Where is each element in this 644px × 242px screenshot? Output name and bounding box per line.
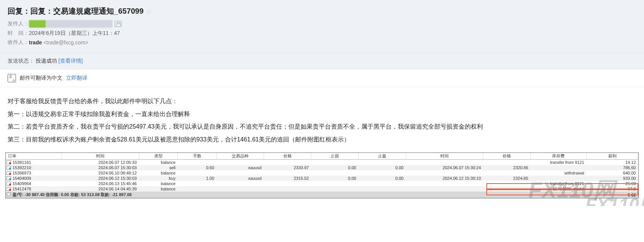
row-status-icon bbox=[6, 182, 11, 185]
cell-order: 15396973 bbox=[6, 170, 62, 176]
cell-sl: 0.00 bbox=[311, 165, 359, 170]
translate-link[interactable]: 立即翻译 bbox=[66, 75, 87, 82]
cell-fee: 15404009_tradin bbox=[530, 186, 586, 192]
cell-profit: 640.00 bbox=[587, 170, 638, 176]
cell-tp bbox=[358, 170, 406, 176]
cell-price2: 2324.85 bbox=[483, 176, 531, 181]
body-line-3: 第二：若贵平台资质齐全，我在贵平台亏损的25497.43美元，我可以承认是自身原… bbox=[8, 120, 636, 133]
table-row[interactable]: 153911612024.06.07 12:05:33balancetransf… bbox=[6, 160, 638, 165]
cell-price2 bbox=[483, 160, 531, 165]
th-price[interactable]: 价格 bbox=[264, 153, 311, 160]
cell-price2 bbox=[483, 186, 531, 192]
cell-order: 15404009 bbox=[6, 176, 62, 181]
cell-time: 2024.06.13 15:45:46 bbox=[62, 181, 139, 186]
sender-value-redacted bbox=[29, 20, 112, 28]
translate-icon bbox=[8, 74, 16, 82]
cell-sl bbox=[311, 170, 359, 176]
row-status-icon bbox=[6, 166, 11, 170]
th-time2[interactable]: 时间 bbox=[406, 153, 483, 160]
cell-lots bbox=[178, 170, 217, 176]
table-row[interactable]: 153922102024.06.07 15:30:03sell0.60xauus… bbox=[6, 165, 638, 170]
contact-card-icon[interactable] bbox=[115, 21, 122, 27]
cell-type: buy bbox=[139, 176, 178, 181]
status-value: 投递成功 bbox=[36, 58, 57, 64]
cell-time2 bbox=[406, 181, 483, 186]
trade-table: 订单 时间 类型 手数 交易品种 价格 止损 止盈 时间 价格 库存费 获利 1… bbox=[6, 153, 638, 198]
summary-text: 盈/亏: -30 887.40 信用额: 0.00 存款: 53 313.08 … bbox=[13, 192, 132, 197]
th-time[interactable]: 时间 bbox=[62, 153, 139, 160]
summary-icon bbox=[6, 192, 11, 196]
cell-tp: 0.00 bbox=[358, 176, 406, 181]
status-details-link[interactable]: [查看详情] bbox=[59, 58, 83, 64]
cell-order: 15392210 bbox=[6, 165, 62, 170]
cell-sl bbox=[311, 181, 359, 186]
cell-time: 2024.06.07 15:30:03 bbox=[62, 165, 139, 170]
body-line-1: 对于客服给我反馈贵平台给的条件，我以此邮件申明以下几点： bbox=[8, 95, 636, 108]
th-fee[interactable]: 库存费 bbox=[530, 153, 586, 160]
sender-label: 发件人： bbox=[8, 20, 29, 27]
star-icon[interactable]: ☆ bbox=[145, 7, 152, 16]
cell-profit: 786.60 bbox=[587, 165, 638, 170]
cell-lots bbox=[178, 160, 217, 165]
cell-lots: 1.00 bbox=[178, 176, 217, 181]
cell-tp bbox=[358, 160, 406, 165]
cell-fee: transfer from 9121 bbox=[530, 181, 586, 186]
cell-fee: withdrawal bbox=[530, 170, 586, 176]
row-status-icon bbox=[6, 176, 11, 180]
cell-lots bbox=[178, 186, 217, 192]
table-row[interactable]: 153969732024.06.10 08:48:12balancewithdr… bbox=[6, 170, 638, 176]
cell-time2: 2024.06.12 15:30:10 bbox=[406, 176, 483, 181]
cell-time2 bbox=[406, 170, 483, 176]
recipient-name[interactable]: trade bbox=[29, 39, 42, 46]
cell-symbol: xauusd bbox=[217, 176, 264, 181]
cell-type: balance bbox=[139, 181, 178, 186]
th-price2[interactable]: 价格 bbox=[483, 153, 531, 160]
th-order[interactable]: 订单 bbox=[6, 153, 62, 160]
cell-price2 bbox=[483, 170, 531, 176]
table-header-row: 订单 时间 类型 手数 交易品种 价格 止损 止盈 时间 价格 库存费 获利 bbox=[6, 153, 638, 160]
cell-time2: 2024.06.07 15:30:24 bbox=[406, 165, 483, 170]
cell-symbol: xauusd bbox=[217, 165, 264, 170]
table-row[interactable]: 154124782024.06.14 04:45:39balance154040… bbox=[6, 186, 638, 192]
summary-row: 盈/亏: -30 887.40 信用额: 0.00 存款: 53 313.08 … bbox=[6, 192, 638, 198]
cell-type: sell bbox=[139, 165, 178, 170]
cell-sl: 0.00 bbox=[311, 176, 359, 181]
cell-symbol bbox=[217, 181, 264, 186]
email-body: 对于客服给我反馈贵平台给的条件，我以此邮件申明以下几点： 第一：以违规交易非正常… bbox=[0, 87, 644, 149]
cell-price: 2333.97 bbox=[264, 165, 311, 170]
th-symbol[interactable]: 交易品种 bbox=[217, 153, 264, 160]
trade-table-container: 订单 时间 类型 手数 交易品种 价格 止损 止盈 时间 价格 库存费 获利 1… bbox=[5, 152, 639, 198]
table-row[interactable]: 154099642024.06.13 15:45:46balancetransf… bbox=[6, 181, 638, 186]
summary-right: 5 62 bbox=[587, 192, 638, 198]
th-sl[interactable]: 止损 bbox=[311, 153, 359, 160]
cell-price2: 2320.86 bbox=[483, 165, 531, 170]
cell-symbol bbox=[217, 186, 264, 192]
th-lots[interactable]: 手数 bbox=[178, 153, 217, 160]
cell-price bbox=[264, 186, 311, 192]
cell-sl bbox=[311, 160, 359, 165]
th-type[interactable]: 类型 bbox=[139, 153, 178, 160]
cell-symbol bbox=[217, 170, 264, 176]
translate-text: 邮件可翻译为中文 bbox=[20, 75, 62, 82]
th-tp[interactable]: 止盈 bbox=[358, 153, 406, 160]
cell-fee bbox=[530, 165, 586, 170]
cell-price bbox=[264, 160, 311, 165]
cell-time: 2024.06.07 12:05:33 bbox=[62, 160, 139, 165]
cell-profit: 25.60 bbox=[587, 181, 638, 186]
cell-tp bbox=[358, 181, 406, 186]
recipient-label: 收件人： bbox=[8, 39, 29, 46]
cell-time: 2024.06.14 04:45:39 bbox=[62, 186, 139, 192]
table-row[interactable]: 154040092024.06.12 15:30:03buy1.00xauusd… bbox=[6, 176, 638, 181]
cell-time2 bbox=[406, 160, 483, 165]
recipient-email: <trade@fxcg.com> bbox=[43, 39, 89, 46]
cell-order: 15412478 bbox=[6, 186, 62, 192]
th-profit[interactable]: 获利 bbox=[587, 153, 638, 160]
cell-time: 2024.06.12 15:30:03 bbox=[62, 176, 139, 181]
cell-time: 2024.06.10 08:48:12 bbox=[62, 170, 139, 176]
cell-time2 bbox=[406, 186, 483, 192]
time-value: 2024年6月19日（星期三）上午11：47 bbox=[29, 30, 120, 37]
time-label: 时 间： bbox=[8, 30, 29, 37]
cell-profit: 97.0 bbox=[587, 186, 638, 192]
cell-symbol bbox=[217, 160, 264, 165]
row-status-icon bbox=[6, 171, 11, 175]
